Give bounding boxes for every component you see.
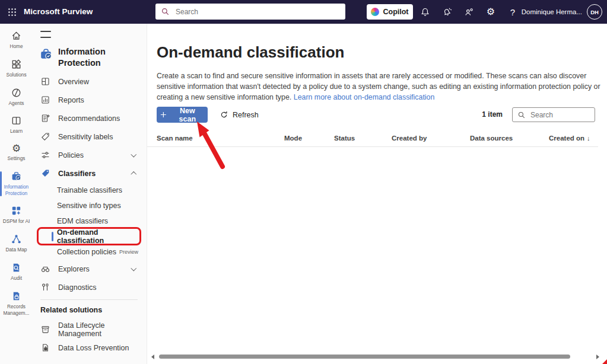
sidebar-item-reports[interactable]: Reports xyxy=(33,91,147,109)
table-search-input[interactable] xyxy=(529,110,590,120)
user-name[interactable]: Dominique Herma... xyxy=(522,8,582,15)
sidebar-item-sensitivity-labels[interactable]: Sensitivity labels xyxy=(33,127,147,146)
sidebar-item-data-loss-prevention[interactable]: Data Loss Prevention xyxy=(33,339,147,357)
classifiers-tag-icon xyxy=(40,168,50,178)
dspm-for-ai-icon xyxy=(11,205,22,216)
item-count: 1 item xyxy=(482,110,503,119)
scroll-right-arrow[interactable] xyxy=(596,355,599,359)
diagnostics-tools-icon xyxy=(40,282,50,292)
sidebar-item-overview[interactable]: Overview xyxy=(33,72,147,91)
records-management-icon xyxy=(11,290,22,302)
rail-item-data-map[interactable]: Data Map xyxy=(0,230,33,257)
app-launcher-waffle-icon[interactable] xyxy=(5,5,19,19)
top-bar: Microsoft Purview Copilot xyxy=(0,0,607,24)
sidebar-divider xyxy=(40,299,138,300)
copilot-label: Copilot xyxy=(383,8,408,16)
column-header-created-by[interactable]: Created by xyxy=(392,135,427,142)
refresh-button[interactable]: Refresh xyxy=(216,107,262,123)
rail-item-home[interactable]: Home xyxy=(0,27,33,54)
column-header-status[interactable]: Status xyxy=(334,135,355,142)
information-protection-icon xyxy=(39,47,53,61)
new-scan-button[interactable]: New scan xyxy=(157,107,208,123)
settings-gear-icon: ⚙ xyxy=(12,143,21,154)
chevron-down-icon xyxy=(131,152,136,157)
column-header-created-on[interactable]: Created on↓ xyxy=(549,135,590,142)
sidebar-item-recommendations[interactable]: Recommendations xyxy=(33,109,147,127)
settings-gear-icon[interactable]: ⚙ xyxy=(484,5,498,19)
data-map-icon xyxy=(11,234,22,245)
rail-item-learn[interactable]: Learn xyxy=(0,111,33,139)
sidebar-item-edm-classifiers[interactable]: EDM classifiers xyxy=(33,213,147,229)
search-icon xyxy=(161,7,170,16)
copilot-logo-icon xyxy=(371,8,379,16)
sidebar-item-policies[interactable]: Policies xyxy=(33,146,147,164)
column-header-scan-name[interactable]: Scan name xyxy=(157,135,193,142)
sidebar-item-trainable-classifiers[interactable]: Trainable classifiers xyxy=(33,183,147,198)
home-icon xyxy=(11,30,22,41)
global-search-input[interactable] xyxy=(174,7,340,17)
audit-icon xyxy=(11,262,22,273)
notifications-bell-icon[interactable] xyxy=(418,5,432,19)
toolbar: New scan Refresh 1 item xyxy=(157,107,595,123)
rail-item-records-management[interactable]: Records Managem... xyxy=(0,287,33,321)
reports-icon xyxy=(40,95,50,105)
preview-badge: Preview xyxy=(119,249,138,255)
related-solutions-list: Data Lifecycle Management Data Loss Prev… xyxy=(33,320,147,357)
copilot-button[interactable]: Copilot xyxy=(367,4,413,20)
page-description: Create a scan to find and secure sensiti… xyxy=(157,71,603,103)
plus-icon xyxy=(160,111,167,118)
data-loss-prevention-icon xyxy=(40,343,50,353)
feedback-icon[interactable] xyxy=(462,5,476,19)
app-title: Microsoft Purview xyxy=(24,7,93,16)
chevron-up-icon xyxy=(131,172,136,177)
agents-icon xyxy=(11,87,22,98)
sidebar-item-collection-policies[interactable]: Collection policies Preview xyxy=(33,244,147,260)
search-icon xyxy=(517,111,526,119)
rail-item-dspm-for-ai[interactable]: DSPM for AI xyxy=(0,202,33,229)
column-header-data-sources[interactable]: Data sources xyxy=(470,135,513,142)
sensitivity-labels-icon xyxy=(40,132,50,142)
sidebar-item-explorers[interactable]: Explorers xyxy=(33,260,147,278)
avatar[interactable]: DH xyxy=(587,4,602,20)
data-lifecycle-management-icon xyxy=(40,324,50,334)
sidebar-header: Information Protection xyxy=(39,46,132,69)
page-title: On-demand classification xyxy=(157,43,344,62)
sidebar-item-data-lifecycle-management[interactable]: Data Lifecycle Management xyxy=(33,320,147,339)
sort-descending-icon: ↓ xyxy=(587,135,590,142)
sidebar-item-diagnostics[interactable]: Diagnostics xyxy=(33,278,147,296)
left-rail: Home Solutions Agents Learn ⚙ Settings I… xyxy=(0,24,33,364)
global-search-box[interactable] xyxy=(155,4,345,20)
sidebar-item-sensitive-info-types[interactable]: Sensitive info types xyxy=(33,198,147,213)
sidebar-title: Information Protection xyxy=(58,46,132,69)
horizontal-scrollbar xyxy=(147,352,607,362)
rail-item-agents[interactable]: Agents xyxy=(0,84,33,111)
chevron-down-icon xyxy=(131,266,136,271)
sidebar-information-protection: Information Protection Overview Reports … xyxy=(33,24,147,364)
related-solutions-header: Related solutions xyxy=(40,306,102,314)
overview-icon xyxy=(40,76,50,87)
learn-book-icon xyxy=(11,115,22,126)
recommendations-icon xyxy=(40,113,50,123)
solutions-icon xyxy=(11,59,22,70)
rail-item-solutions[interactable]: Solutions xyxy=(0,55,33,82)
whats-new-bell-icon[interactable] xyxy=(440,5,454,19)
selected-indicator-bar xyxy=(52,232,53,241)
column-header-mode[interactable]: Mode xyxy=(284,135,302,142)
sidebar-item-classifiers[interactable]: Classifiers xyxy=(33,164,147,183)
table-header-row: Scan name Mode Status Created by Data so… xyxy=(147,132,598,147)
sidebar-item-on-demand-classification[interactable]: On-demand classification xyxy=(33,229,147,244)
learn-more-link[interactable]: Learn more about on-demand classificatio… xyxy=(294,93,435,101)
information-protection-icon xyxy=(11,171,22,182)
rail-item-settings[interactable]: ⚙ Settings xyxy=(0,140,33,166)
rail-item-information-protection[interactable]: Information Protection xyxy=(0,167,33,201)
explorers-binoculars-icon xyxy=(40,264,50,274)
help-icon[interactable]: ? xyxy=(506,5,520,19)
topbar-icon-group: ⚙ ? xyxy=(418,0,527,24)
scroll-left-arrow[interactable] xyxy=(151,355,154,359)
collapse-menu-icon[interactable] xyxy=(40,31,51,38)
red-corner-mark xyxy=(602,359,607,364)
table-search-box[interactable] xyxy=(512,107,595,122)
refresh-icon xyxy=(220,110,228,119)
scrollbar-thumb[interactable] xyxy=(159,355,570,359)
rail-item-audit[interactable]: Audit xyxy=(0,258,33,286)
